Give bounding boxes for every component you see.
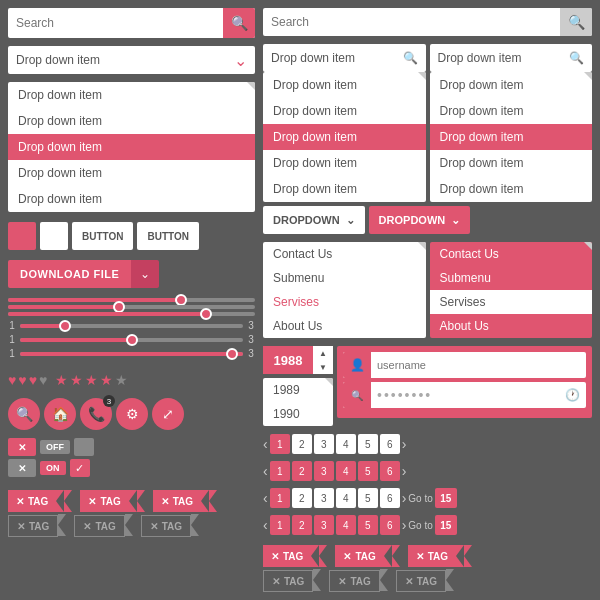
dropdown-select-right-left[interactable]: Drop down item 🔍 — [263, 44, 426, 72]
page-2-4[interactable]: 4 — [336, 461, 356, 481]
heart-1[interactable]: ♥ — [8, 372, 16, 388]
search-icon-btn[interactable]: 🔍 — [8, 398, 40, 430]
page-3-4[interactable]: 4 — [336, 488, 356, 508]
page-2-3[interactable]: 3 — [314, 461, 334, 481]
search-input-left[interactable] — [8, 16, 223, 30]
btn-white-1[interactable] — [40, 222, 68, 250]
spinner-up[interactable]: ▲ — [313, 346, 333, 360]
next-arrow-4[interactable]: › — [402, 517, 407, 533]
page-2-1[interactable]: 1 — [270, 461, 290, 481]
password-input[interactable] — [371, 387, 558, 403]
download-file-button[interactable]: DOWNLOAD FILE — [8, 260, 131, 288]
dd-right-right-0[interactable]: Drop down item — [430, 72, 593, 98]
dd-right-left-1[interactable]: Drop down item — [263, 98, 426, 124]
menu-white-contact[interactable]: Contact Us — [263, 242, 426, 266]
number-1989[interactable]: 1989 — [263, 378, 333, 402]
page-3-6[interactable]: 6 — [380, 488, 400, 508]
menu-pink-about[interactable]: About Us — [430, 314, 593, 338]
page-4-2[interactable]: 2 — [292, 515, 312, 535]
star-1[interactable]: ★ — [55, 372, 68, 388]
menu-pink-servises[interactable]: Servises — [430, 290, 593, 314]
page-2-6[interactable]: 6 — [380, 461, 400, 481]
page-3-5[interactable]: 5 — [358, 488, 378, 508]
phone-icon-btn[interactable]: 📞 3 — [80, 398, 112, 430]
btn-button-1[interactable]: BUTTON — [72, 222, 133, 250]
page-1-6[interactable]: 6 — [380, 434, 400, 454]
page-4-5[interactable]: 5 — [358, 515, 378, 535]
page-3-1[interactable]: 1 — [270, 488, 290, 508]
page-1-4[interactable]: 4 — [336, 434, 356, 454]
menu-white-about[interactable]: About Us — [263, 314, 426, 338]
star-5[interactable]: ★ — [115, 372, 128, 388]
menu-pink-contact[interactable]: Contact Us — [430, 242, 593, 266]
stepped-track-2[interactable] — [20, 338, 243, 342]
tag-right-outline-3[interactable]: ✕ TAG — [396, 570, 446, 592]
menu-white-submenu[interactable]: Submenu — [263, 266, 426, 290]
prev-arrow-4[interactable]: ‹ — [263, 517, 268, 533]
number-1990[interactable]: 1990 — [263, 402, 333, 426]
star-3[interactable]: ★ — [85, 372, 98, 388]
search-input-right[interactable] — [263, 15, 560, 29]
btn-pink-1[interactable] — [8, 222, 36, 250]
page-1-5[interactable]: 5 — [358, 434, 378, 454]
page-1-2[interactable]: 2 — [292, 434, 312, 454]
home-icon-btn[interactable]: 🏠 — [44, 398, 76, 430]
slider-track-1[interactable] — [8, 298, 255, 302]
slider-track-3[interactable] — [8, 312, 255, 316]
username-input[interactable] — [371, 359, 586, 371]
toggle-off-1[interactable]: OFF — [40, 440, 70, 454]
dropdown-item-left-4[interactable]: Drop down item — [8, 186, 255, 212]
goto-input-4[interactable]: 15 — [435, 515, 457, 535]
dropdown-item-left-1[interactable]: Drop down item — [8, 108, 255, 134]
toggle-x-1[interactable]: ✕ — [8, 438, 36, 456]
menu-white-servises[interactable]: Servises — [263, 290, 426, 314]
tag-right-outline-1[interactable]: ✕ TAG — [263, 570, 313, 592]
page-3-2[interactable]: 2 — [292, 488, 312, 508]
prev-arrow-1[interactable]: ‹ — [263, 436, 268, 452]
dd-right-right-3[interactable]: Drop down item — [430, 150, 593, 176]
dd-right-left-2[interactable]: Drop down item — [263, 124, 426, 150]
dd-right-left-4[interactable]: Drop down item — [263, 176, 426, 202]
toggle-x-2[interactable]: ✕ — [8, 459, 36, 477]
dd-right-right-4[interactable]: Drop down item — [430, 176, 593, 202]
star-4[interactable]: ★ — [100, 372, 113, 388]
next-arrow-2[interactable]: › — [402, 463, 407, 479]
dropdown-btn-white[interactable]: DROPDOWN ⌄ — [263, 206, 365, 234]
tag-pink-3[interactable]: ✕ TAG — [153, 490, 209, 512]
tag-outline-3[interactable]: ✕ TAG — [141, 515, 191, 537]
dropdown-item-left-3[interactable]: Drop down item — [8, 160, 255, 186]
next-arrow-3[interactable]: › — [402, 490, 407, 506]
tag-outline-1[interactable]: ✕ TAG — [8, 515, 58, 537]
search-bar-left[interactable]: 🔍 — [8, 8, 255, 38]
page-3-3[interactable]: 3 — [314, 488, 334, 508]
prev-arrow-2[interactable]: ‹ — [263, 463, 268, 479]
search-button-left[interactable]: 🔍 — [223, 8, 255, 38]
dd-right-right-2[interactable]: Drop down item — [430, 124, 593, 150]
stepped-track-1[interactable] — [20, 324, 243, 328]
tag-outline-2[interactable]: ✕ TAG — [74, 515, 124, 537]
spinner-down[interactable]: ▼ — [313, 360, 333, 374]
page-4-6[interactable]: 6 — [380, 515, 400, 535]
toggle-check-1[interactable] — [74, 438, 94, 456]
heart-2[interactable]: ♥ — [18, 372, 26, 388]
btn-button-2[interactable]: BUTTON — [137, 222, 198, 250]
star-2[interactable]: ★ — [70, 372, 83, 388]
dropdown-item-left-2[interactable]: Drop down item — [8, 134, 255, 160]
page-4-3[interactable]: 3 — [314, 515, 334, 535]
page-2-2[interactable]: 2 — [292, 461, 312, 481]
search-bar-right[interactable]: 🔍 — [263, 8, 592, 36]
stepped-track-3[interactable] — [20, 352, 243, 356]
dropdown-btn-pink[interactable]: DROPDOWN ⌄ — [369, 206, 471, 234]
page-1-3[interactable]: 3 — [314, 434, 334, 454]
dropdown-select-right-right[interactable]: Drop down item 🔍 — [430, 44, 593, 72]
page-4-4[interactable]: 4 — [336, 515, 356, 535]
next-arrow-1[interactable]: › — [402, 436, 407, 452]
tag-right-pink-3[interactable]: ✕ TAG — [408, 545, 464, 567]
tag-right-pink-2[interactable]: ✕ TAG — [335, 545, 391, 567]
toggle-check-2[interactable]: ✓ — [70, 459, 90, 477]
download-file-arrow[interactable]: ⌄ — [131, 260, 159, 288]
dd-right-right-1[interactable]: Drop down item — [430, 98, 593, 124]
heart-4[interactable]: ♥ — [39, 372, 47, 388]
page-2-5[interactable]: 5 — [358, 461, 378, 481]
prev-arrow-3[interactable]: ‹ — [263, 490, 268, 506]
